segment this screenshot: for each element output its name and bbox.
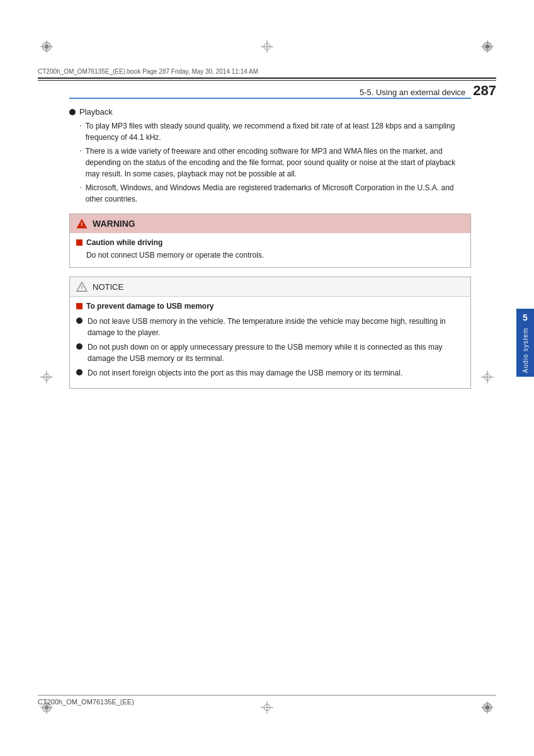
file-info: CT200h_OM_OM76135E_(EE).book Page 287 Fr…	[38, 68, 496, 75]
playback-item-3: · Microsoft, Windows, and Windows Media …	[79, 182, 471, 205]
warning-body: Caution while driving Do not connect USB…	[70, 233, 470, 267]
playback-header: Playback	[69, 107, 471, 117]
blue-accent-line	[69, 98, 471, 99]
playback-text-3: Microsoft, Windows, and Windows Media ar…	[86, 182, 471, 205]
notice-title: NOTICE	[93, 282, 123, 292]
notice-bullet-dot-3	[76, 369, 82, 375]
notice-bullet-1: Do not leave USB memory in the vehicle. …	[76, 316, 464, 338]
warning-box: ! WARNING Caution while driving Do not c…	[69, 214, 471, 268]
side-tab: 5 Audio system	[516, 309, 534, 377]
playback-text-1: To play MP3 files with steady sound qual…	[86, 120, 471, 143]
page-footer: CT200h_OM_OM76135E_(EE)	[38, 695, 496, 706]
side-tab-label: Audio system	[522, 328, 529, 373]
warning-header: ! WARNING	[70, 214, 470, 233]
warning-sub-title: Caution while driving	[76, 238, 464, 247]
bullet-dot-1: ·	[79, 120, 82, 130]
warning-title: WARNING	[93, 219, 135, 229]
side-tab-number: 5	[523, 312, 528, 323]
notice-sub-title-text: To prevent damage to USB memory	[86, 302, 214, 311]
notice-bullet-dot-1	[76, 318, 82, 324]
warning-sub-title-text: Caution while driving	[86, 238, 162, 247]
reg-mark-tr	[480, 39, 495, 56]
footer-rule	[38, 695, 496, 696]
playback-bullet	[69, 109, 76, 115]
header-rule-top	[38, 77, 496, 79]
playback-text-2: There is a wide variety of freeware and …	[86, 146, 471, 180]
notice-body: To prevent damage to USB memory Do not l…	[70, 297, 470, 388]
notice-header: ! NOTICE	[70, 277, 470, 297]
playback-title: Playback	[79, 107, 113, 117]
reg-mark-ml	[39, 370, 54, 387]
notice-red-square-icon	[76, 303, 82, 309]
playback-item-1: · To play MP3 files with steady sound qu…	[79, 120, 471, 143]
notice-sub-title: To prevent damage to USB memory	[76, 302, 464, 311]
reg-mark-tl	[39, 39, 54, 56]
page-header: CT200h_OM_OM76135E_(EE).book Page 287 Fr…	[38, 68, 496, 101]
playback-section: Playback · To play MP3 files with steady…	[69, 107, 471, 205]
playback-item-2: · There is a wide variety of freeware an…	[79, 146, 471, 180]
notice-bullet-text-1: Do not leave USB memory in the vehicle. …	[88, 316, 464, 338]
page-number: 287	[473, 83, 496, 99]
notice-bullet-3: Do not insert foreign objects into the p…	[76, 367, 464, 379]
warning-description: Do not connect USB memory or operate the…	[86, 249, 464, 261]
notice-bullet-text-3: Do not insert foreign objects into the p…	[88, 367, 402, 379]
red-square-icon	[76, 239, 82, 246]
svg-text:!: !	[81, 285, 83, 291]
svg-text:!: !	[81, 221, 82, 228]
bullet-dot-2: ·	[79, 146, 82, 155]
footer-text: CT200h_OM_OM76135E_(EE)	[38, 698, 496, 706]
warning-triangle-icon: !	[76, 218, 88, 229]
notice-bullet-2: Do not push down on or apply unnecessary…	[76, 341, 464, 364]
bullet-dot-3: ·	[79, 182, 82, 192]
notice-box: ! NOTICE To prevent damage to USB memory…	[69, 277, 471, 389]
section-name: 5-5. Using an external device	[360, 88, 465, 97]
main-content: Playback · To play MP3 files with steady…	[69, 107, 471, 398]
notice-bullet-text-2: Do not push down on or apply unnecessary…	[88, 341, 464, 364]
notice-bullet-dot-2	[76, 343, 82, 350]
notice-triangle-icon: !	[76, 281, 88, 292]
reg-mark-mr	[480, 370, 495, 387]
reg-mark-tm	[259, 39, 275, 56]
